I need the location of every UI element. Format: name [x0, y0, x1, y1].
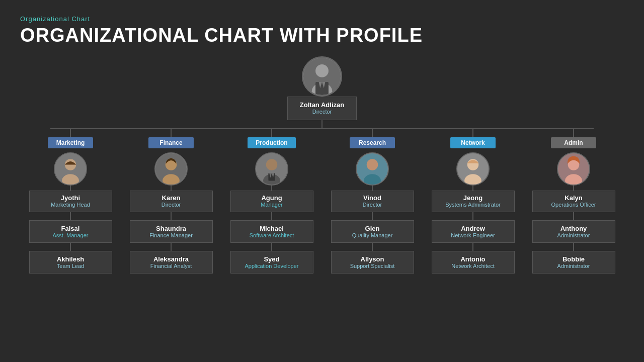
person-box-karen: Karen Director — [130, 191, 213, 212]
header-label: Organizational Chart — [20, 15, 624, 23]
name-vinod: Vinod — [336, 194, 410, 202]
title-karen: Director — [134, 202, 208, 208]
svg-point-19 — [367, 159, 378, 170]
title-kalyn: Operations Officer — [537, 202, 611, 208]
columns-row: Marketing Jyothi Marketing Head — [20, 129, 624, 274]
title-aleksandra: Financial Analyst — [134, 263, 208, 269]
sub-box-andrew: Andrew Network Engineer — [432, 220, 515, 243]
top-node: Zoltan Adlizan Director — [287, 56, 357, 120]
person-vinod: Vinod Director — [322, 152, 423, 212]
person-box-jeong: Jeong Systems Administrator — [432, 191, 515, 212]
title-vinod: Director — [336, 202, 410, 208]
sub-box-bobbie: Bobbie Administrator — [532, 251, 615, 274]
avatar-kalyn-svg — [558, 152, 589, 186]
svg-rect-3 — [315, 82, 329, 95]
svg-point-13 — [266, 159, 278, 170]
name-antonio: Antonio — [436, 255, 510, 263]
person-agung: Agung Manager — [221, 152, 322, 212]
sub-box-aleksandra: Aleksandra Financial Analyst — [130, 251, 213, 274]
name-kalyn: Kalyn — [537, 194, 611, 202]
name-jyothi: Jyothi — [34, 194, 108, 202]
top-node-title: Director — [300, 109, 344, 115]
column-admin: Admin Kalyn Operations Officer — [523, 129, 624, 274]
name-agung: Agung — [235, 194, 309, 202]
dept-label-research: Research — [350, 137, 395, 148]
sub-box-michael: Michael Software Architect — [230, 220, 313, 243]
avatar-vinod — [356, 152, 389, 186]
avatar-jeong — [456, 152, 490, 186]
person-karen: Karen Director — [121, 152, 221, 212]
name-michael: Michael — [235, 225, 309, 232]
title-andrew: Network Engineer — [436, 232, 510, 238]
page: Organizational Chart ORGANIZATIONAL CHAR… — [0, 0, 644, 362]
name-glen: Glen — [336, 225, 410, 232]
name-syed: Syed — [235, 255, 309, 263]
vc-marketing — [70, 129, 71, 137]
org-chart: Zoltan Adlizan Director Marketing — [20, 56, 624, 274]
person-jyothi: Jyothi Marketing Head — [20, 152, 121, 212]
avatar-top-svg — [303, 58, 341, 95]
person-jeong: Jeong Systems Administrator — [423, 152, 523, 212]
column-research: Research Vinod Director — [322, 129, 423, 274]
sub-box-shaundra: Shaundra Finance Manager — [130, 220, 213, 243]
person-box-vinod: Vinod Director — [331, 191, 414, 212]
column-finance: Finance Karen Director — [121, 129, 221, 274]
dept-label-production: Production — [248, 137, 295, 148]
sub-box-akhilesh: Akhilesh Team Lead — [29, 251, 112, 274]
avatar-jyothi — [54, 152, 87, 186]
connector-h — [50, 128, 594, 129]
name-bobbie: Bobbie — [537, 255, 611, 263]
sub-box-anthony: Anthony Administrator — [532, 220, 615, 243]
dept-label-network: Network — [450, 137, 496, 148]
title-anthony: Administrator — [537, 232, 611, 238]
column-marketing: Marketing Jyothi Marketing Head — [20, 129, 121, 274]
connector-top-v — [321, 120, 323, 128]
title-faisal: Asst. Manager — [34, 232, 108, 238]
avatar-karen — [154, 152, 188, 186]
sub-box-antonio: Antonio Network Architect — [432, 251, 515, 274]
dept-label-finance: Finance — [148, 137, 194, 148]
person-box-kalyn: Kalyn Operations Officer — [532, 191, 615, 212]
title-michael: Software Architect — [235, 232, 309, 238]
avatar-karen-svg — [155, 152, 187, 186]
person-kalyn: Kalyn Operations Officer — [523, 152, 624, 212]
title-bobbie: Administrator — [537, 263, 611, 269]
person-box-jyothi: Jyothi Marketing Head — [29, 191, 112, 212]
title-glen: Quality Manager — [336, 232, 410, 238]
sub-box-allyson: Allyson Support Specialist — [331, 251, 414, 274]
avatar-top — [302, 56, 342, 97]
name-akhilesh: Akhilesh — [34, 255, 108, 263]
person-box-agung: Agung Manager — [230, 191, 313, 212]
avatar-agung-svg — [256, 152, 287, 186]
avatar-kalyn — [557, 152, 590, 186]
svg-point-1 — [315, 64, 329, 77]
column-production: Production Agung — [221, 129, 322, 274]
dept-label-admin: Admin — [551, 137, 596, 148]
avatar-jeong-svg — [457, 152, 489, 186]
svg-rect-15 — [268, 173, 275, 180]
title-antonio: Network Architect — [436, 263, 510, 269]
sub-box-glen: Glen Quality Manager — [331, 220, 414, 243]
top-node-name: Zoltan Adlizan — [300, 101, 344, 109]
title-akhilesh: Team Lead — [34, 263, 108, 269]
title-syed: Application Developer — [235, 263, 309, 269]
title-shaundra: Finance Manager — [134, 232, 208, 238]
title-agung: Manager — [235, 202, 309, 208]
name-anthony: Anthony — [537, 225, 611, 232]
title-allyson: Support Specialist — [336, 263, 410, 269]
name-jeong: Jeong — [436, 194, 510, 202]
title-jyothi: Marketing Head — [34, 202, 108, 208]
avatar-vinod-svg — [357, 152, 388, 186]
title-jeong: Systems Administrator — [436, 202, 510, 208]
name-aleksandra: Aleksandra — [134, 255, 208, 263]
header-title: ORGANIZATIONAL CHART WITH PROFILE — [20, 25, 624, 46]
name-faisal: Faisal — [34, 225, 108, 232]
sub-box-faisal: Faisal Asst. Manager — [29, 220, 112, 243]
name-shaundra: Shaundra — [134, 225, 208, 232]
avatar-agung — [255, 152, 288, 186]
avatar-jyothi-svg — [55, 152, 86, 186]
sub-box-syed: Syed Application Developer — [230, 251, 313, 274]
name-allyson: Allyson — [336, 255, 410, 263]
svg-point-7 — [65, 159, 76, 170]
top-node-box: Zoltan Adlizan Director — [287, 97, 357, 120]
